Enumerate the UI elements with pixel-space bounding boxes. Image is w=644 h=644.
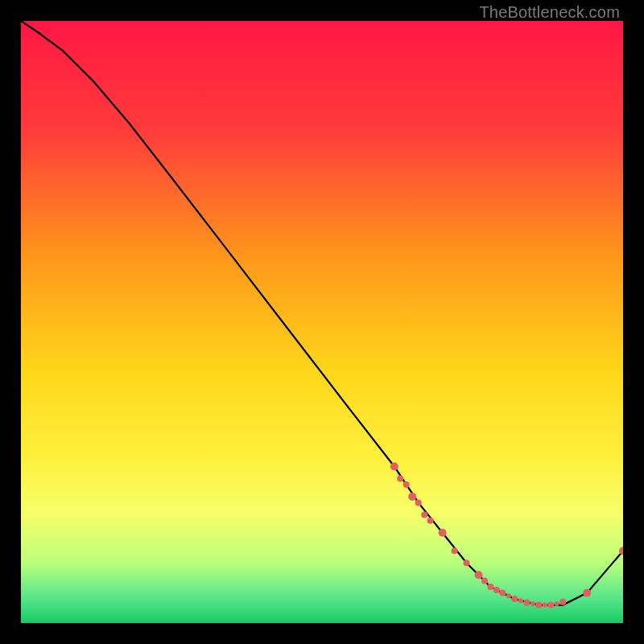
watermark-text: TheBottleneck.com xyxy=(479,3,620,22)
marker-point xyxy=(481,578,488,584)
marker-point xyxy=(530,601,535,606)
marker-point xyxy=(464,559,470,566)
marker-point xyxy=(397,476,403,482)
marker-point xyxy=(506,593,511,598)
marker-point xyxy=(390,463,398,471)
marker-point xyxy=(511,596,518,602)
marker-point xyxy=(421,511,427,518)
marker-point xyxy=(415,499,422,506)
marker-point xyxy=(408,493,416,501)
marker-point xyxy=(555,601,559,606)
marker-point xyxy=(547,602,554,609)
marker-point xyxy=(535,602,542,609)
marker-point xyxy=(493,587,500,593)
marker-point xyxy=(559,599,566,605)
marker-point xyxy=(427,518,434,524)
marker-point xyxy=(543,603,547,608)
marker-point xyxy=(439,529,447,537)
marker-point xyxy=(452,547,458,554)
marker-point xyxy=(523,600,530,606)
marker-point xyxy=(583,589,591,597)
gradient-background xyxy=(21,21,623,623)
bottleneck-chart xyxy=(21,21,623,623)
chart-frame xyxy=(21,21,623,623)
marker-point xyxy=(487,584,493,590)
marker-point xyxy=(518,598,523,603)
marker-point xyxy=(499,590,506,597)
marker-point xyxy=(403,481,410,488)
marker-point xyxy=(475,571,483,579)
